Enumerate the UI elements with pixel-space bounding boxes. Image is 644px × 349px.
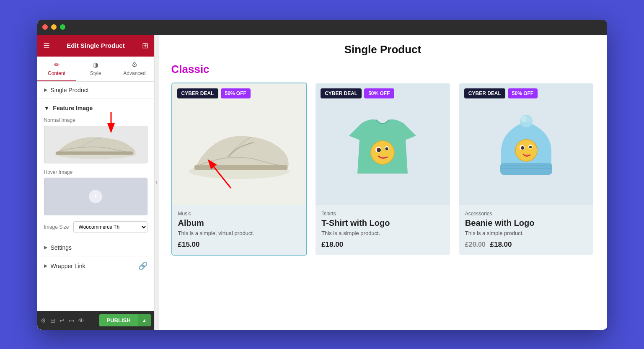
publish-button-group: PUBLISH ▲ <box>99 314 151 326</box>
publish-button[interactable]: PUBLISH <box>99 314 138 326</box>
grid-icon[interactable]: ⊞ <box>142 41 148 50</box>
product-desc-beanie: This is a simple product. <box>465 230 588 236</box>
panel-tabs: ✏ Content ◑ Style ⚙ Advanced <box>37 57 154 82</box>
product-category-tshirt: Tshirts <box>321 211 444 217</box>
svg-point-8 <box>371 141 394 164</box>
normal-image-container: Normal Image <box>44 117 147 233</box>
product-card-beanie[interactable]: CYBER DEAL 50% OFF <box>458 83 595 256</box>
badge-cyber-deal-1: CYBER DEAL <box>177 88 218 98</box>
product-image-area-album: CYBER DEAL 50% OFF <box>172 83 307 205</box>
left-panel: ☰ Edit Single Product ⊞ ✏ Content ◑ Styl… <box>37 35 155 330</box>
tab-content[interactable]: ✏ Content <box>37 57 76 81</box>
badge-50off-1: 50% OFF <box>221 88 251 98</box>
style-icon: ◑ <box>93 61 98 69</box>
arrow-right-icon: ▶ <box>44 87 47 93</box>
image-size-select[interactable]: Woocommerce Th Full Medium Large Thumbna… <box>73 221 147 233</box>
product-badges-tshirt: CYBER DEAL 50% OFF <box>321 88 394 98</box>
panel-toolbar: ⚙ ⊟ ↩ ▭ 👁 PUBLISH ▲ <box>37 311 154 330</box>
album-product-image <box>181 98 298 190</box>
panel-content: ▶ Single Product ▼ Feature Image Normal … <box>37 82 154 311</box>
toolbar-icons: ⚙ ⊟ ↩ ▭ 👁 <box>41 317 84 324</box>
tab-style[interactable]: ◑ Style <box>76 57 115 81</box>
badge-cyber-deal-2: CYBER DEAL <box>321 88 362 98</box>
feature-image-header[interactable]: ▼ Feature Image <box>44 105 147 111</box>
products-grid: CYBER DEAL 50% OFF <box>171 83 595 256</box>
tshirt-product-image <box>341 98 424 190</box>
publish-arrow-button[interactable]: ▲ <box>138 314 151 326</box>
section-wrapper-link[interactable]: ▶ Wrapper Link 🔗 <box>37 256 154 276</box>
normal-image-label: Normal Image <box>44 117 147 123</box>
section-label: Classic <box>171 63 595 76</box>
browser-window: ☰ Edit Single Product ⊞ ✏ Content ◑ Styl… <box>37 20 607 330</box>
gear-icon: ⚙ <box>132 61 137 69</box>
panel-splitter[interactable]: ··· <box>155 35 159 330</box>
product-card-album[interactable]: CYBER DEAL 50% OFF <box>171 83 308 256</box>
sneaker-image <box>44 126 147 163</box>
product-image-area-beanie: CYBER DEAL 50% OFF <box>459 83 594 205</box>
product-image-area-tshirt: CYBER DEAL 50% OFF <box>316 83 450 205</box>
product-desc-tshirt: This is a simple product. <box>321 230 444 236</box>
section-single-product[interactable]: ▶ Single Product <box>37 82 154 99</box>
product-price-album: £15.00 <box>178 240 301 249</box>
section-feature-image: ▼ Feature Image Normal Image <box>37 99 154 239</box>
arrow-right-icon-2: ▶ <box>44 245 47 250</box>
product-price-tshirt: £18.00 <box>321 240 444 249</box>
svg-point-20 <box>515 140 537 161</box>
history-icon[interactable]: ↩ <box>59 317 65 324</box>
product-name-album: Album <box>178 218 301 228</box>
image-size-row: Image Size Woocommerce Th Full Medium La… <box>44 221 147 233</box>
product-price-beanie: £20.00 £18.00 <box>465 240 588 249</box>
product-info-album: Music Album This is a simple, virtual pr… <box>172 205 307 255</box>
arrow-down-icon: ▼ <box>44 105 50 111</box>
hover-image-label: Hover Image <box>44 169 147 175</box>
svg-point-24 <box>529 146 532 148</box>
image-size-label: Image Size <box>44 224 69 230</box>
close-button[interactable] <box>42 24 48 30</box>
add-image-icon[interactable]: + <box>89 190 102 203</box>
svg-point-25 <box>521 147 522 148</box>
badge-cyber-deal-3: CYBER DEAL <box>464 88 505 98</box>
maximize-button[interactable] <box>60 24 65 30</box>
layers-icon[interactable]: ⊟ <box>50 317 55 324</box>
page-title: Single Product <box>171 43 595 56</box>
panel-header: ☰ Edit Single Product ⊞ <box>37 35 154 57</box>
product-name-tshirt: T-Shirt with Logo <box>321 218 444 228</box>
product-badges-beanie: CYBER DEAL 50% OFF <box>464 88 538 98</box>
browser-body: ☰ Edit Single Product ⊞ ✏ Content ◑ Styl… <box>37 35 607 330</box>
svg-point-19 <box>526 117 531 122</box>
product-info-beanie: Accessories Beanie with Logo This is a s… <box>459 205 594 255</box>
tab-advanced[interactable]: ⚙ Advanced <box>115 57 154 81</box>
eye-icon[interactable]: 👁 <box>78 317 84 324</box>
svg-point-12 <box>385 147 388 150</box>
product-category-album: Music <box>178 211 301 217</box>
hover-image-placeholder[interactable]: + <box>44 178 147 215</box>
product-card-tshirt[interactable]: CYBER DEAL 50% OFF <box>315 83 451 256</box>
product-category-beanie: Accessories <box>465 211 588 217</box>
minimize-button[interactable] <box>51 24 57 30</box>
settings-icon[interactable]: ⚙ <box>41 317 46 324</box>
product-name-beanie: Beanie with Logo <box>465 218 588 228</box>
panel-title: Edit Single Product <box>67 42 124 49</box>
product-info-tshirt: Tshirts T-Shirt with Logo This is a simp… <box>316 205 450 255</box>
normal-image-placeholder[interactable] <box>44 126 147 163</box>
svg-rect-5 <box>194 165 287 170</box>
device-icon[interactable]: ▭ <box>69 317 74 324</box>
sale-price-beanie: £18.00 <box>490 240 512 248</box>
hamburger-icon[interactable]: ☰ <box>43 41 50 50</box>
svg-rect-3 <box>56 151 133 155</box>
arrow-right-icon-3: ▶ <box>44 263 47 269</box>
badge-50off-2: 50% OFF <box>364 88 394 98</box>
product-desc-album: This is a simple, virtual product. <box>178 230 301 236</box>
pencil-icon: ✏ <box>54 61 59 69</box>
section-settings[interactable]: ▶ Settings <box>37 239 154 256</box>
browser-titlebar <box>37 20 607 35</box>
badge-50off-3: 50% OFF <box>508 88 538 98</box>
original-price-beanie: £20.00 <box>465 241 486 248</box>
beanie-product-image <box>489 98 564 190</box>
product-badges-album: CYBER DEAL 50% OFF <box>177 88 251 98</box>
svg-point-13 <box>377 148 378 150</box>
main-content: Single Product Classic CYBER DEAL 50% OF… <box>159 35 607 330</box>
